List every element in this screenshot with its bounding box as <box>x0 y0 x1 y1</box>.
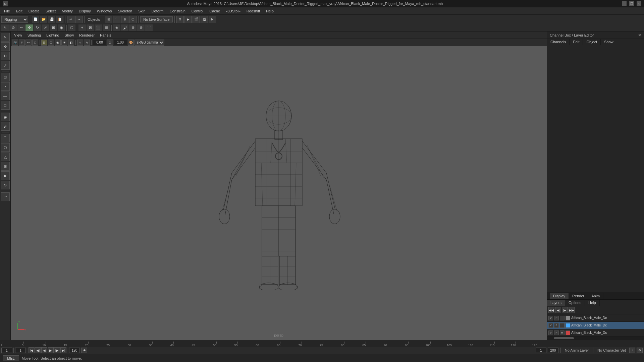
soft-mod-btn[interactable]: ◉ <box>58 24 65 31</box>
cb-tab-channels[interactable]: Channels <box>547 39 570 45</box>
left-curve-btn[interactable]: ⌒ <box>1 134 10 142</box>
autokey-btn[interactable]: ⏺ <box>81 348 87 353</box>
nonlinear-btn[interactable]: ⌒ <box>145 24 153 31</box>
timeline-range-start[interactable] <box>536 348 546 353</box>
char-set-btn[interactable]: + <box>629 348 635 353</box>
model-viewport[interactable]: x y persp <box>11 46 547 340</box>
layer-1-v[interactable]: V <box>548 316 553 320</box>
menu-create[interactable]: Create <box>26 8 42 14</box>
menu-deform[interactable]: Deform <box>149 8 166 14</box>
ipr-btn[interactable]: 🎬 <box>193 16 200 23</box>
left-vertex-btn[interactable]: • <box>1 82 10 91</box>
restore-button[interactable]: ❐ <box>629 1 634 6</box>
left-edge-btn[interactable]: — <box>1 92 10 100</box>
vp-view-all-btn[interactable]: □ <box>32 40 38 46</box>
le-subtab-help[interactable]: Help <box>585 300 600 306</box>
left-polygon-btn[interactable]: △ <box>1 153 10 161</box>
layer-row-1[interactable]: V P African_Black_Male_Dc <box>547 314 644 322</box>
left-face-btn[interactable]: □ <box>1 101 10 110</box>
skin-weights-btn[interactable]: ◈ <box>113 24 120 31</box>
layer-2-v[interactable]: V <box>548 323 553 328</box>
layer-prev-btn[interactable]: ◀◀ <box>548 307 554 313</box>
layer-scrollbar[interactable] <box>547 337 644 340</box>
layer-back-btn[interactable]: ◀ <box>555 307 561 313</box>
redo-btn[interactable]: ↪ <box>75 16 83 23</box>
layer-3-p[interactable]: P <box>554 330 559 335</box>
vp-gamma-input[interactable]: 1.00 <box>114 40 127 45</box>
go-end-btn[interactable]: ▶| <box>60 347 66 353</box>
left-rotate-btn[interactable]: ↻ <box>1 52 10 60</box>
align-btn[interactable]: ⊠ <box>87 24 94 31</box>
channel-box-close[interactable]: ✕ <box>638 33 641 38</box>
le-tab-render[interactable]: Render <box>569 293 588 299</box>
left-misc-btn[interactable]: ⋯ <box>1 192 10 201</box>
panels-menu[interactable]: Panels <box>98 33 113 38</box>
no-anim-layer[interactable]: No Anim Layer <box>563 348 591 352</box>
left-select-btn[interactable]: ↖ <box>1 33 10 42</box>
undo-btn[interactable]: ↩ <box>67 16 74 23</box>
timeline-range-end[interactable] <box>548 348 558 353</box>
layer-1-r[interactable] <box>560 316 565 320</box>
mode-dropdown[interactable]: Rigging <box>1 16 28 23</box>
step-fwd-btn[interactable]: |▶ <box>54 347 60 353</box>
new-scene-btn[interactable]: 📄 <box>32 16 39 23</box>
scale-tool-btn[interactable]: ⤢ <box>42 24 49 31</box>
le-subtab-layers[interactable]: Layers <box>547 300 565 306</box>
vp-gamma-dropdown[interactable]: sRGB gamma <box>135 40 164 46</box>
layer-2-p[interactable]: P <box>554 323 559 328</box>
menu-constrain[interactable]: Constrain <box>167 8 188 14</box>
in-view-editor-btn[interactable]: ☰ <box>103 24 110 31</box>
cb-tab-edit[interactable]: Edit <box>570 39 583 45</box>
menu-redshift[interactable]: Redshift <box>244 8 263 14</box>
vp-light-btn[interactable]: ☀ <box>61 40 67 46</box>
cb-tab-object[interactable]: Object <box>583 39 601 45</box>
timeline-current-frame[interactable] <box>1 348 12 353</box>
menu-windows[interactable]: Windows <box>94 8 115 14</box>
deformer-btn[interactable]: ⊖ <box>137 24 145 31</box>
left-anim-btn[interactable]: ▶ <box>1 171 10 180</box>
left-scale-btn[interactable]: ⤢ <box>1 61 10 70</box>
shading-menu[interactable]: Shading <box>25 33 43 38</box>
lasso-tool-btn[interactable]: ⊙ <box>9 24 17 31</box>
vp-smooth-btn[interactable]: ⬡ <box>48 40 54 46</box>
left-component-btn[interactable]: ⊡ <box>1 73 10 81</box>
vp-shadow-btn[interactable]: ◧ <box>68 40 74 46</box>
vp-texture-btn[interactable]: ◉ <box>55 40 61 46</box>
show-menu[interactable]: Show <box>63 33 76 38</box>
timeline-ruler[interactable]: 1510152025303540455055606570758085909510… <box>0 340 644 347</box>
paint-sel-btn[interactable]: ✏ <box>17 24 25 31</box>
menu-cache[interactable]: Cache <box>207 8 223 14</box>
le-subtab-options[interactable]: Options <box>565 300 585 306</box>
menu-display[interactable]: Display <box>76 8 94 14</box>
layer-3-r[interactable]: R <box>560 330 565 335</box>
menu-help[interactable]: Help <box>263 8 276 14</box>
left-move-btn[interactable]: ✥ <box>1 42 10 51</box>
vp-cam-btn[interactable]: 📷 <box>12 40 18 46</box>
close-button[interactable]: ✕ <box>637 1 641 6</box>
snap-surface-btn[interactable]: ⬡ <box>129 16 137 23</box>
paint-skin-btn[interactable]: 🖌 <box>121 24 128 31</box>
snap-curve-btn[interactable]: ⌒ <box>113 16 120 23</box>
pref-btn[interactable]: ⚙ <box>637 348 643 353</box>
open-scene-btn[interactable]: 📂 <box>40 16 47 23</box>
menu-modify[interactable]: Modify <box>59 8 75 14</box>
left-sculpt-btn[interactable]: ◉ <box>1 113 10 121</box>
menu-select[interactable]: Select <box>43 8 59 14</box>
cb-tab-show[interactable]: Show <box>601 39 617 45</box>
vp-exposure-input[interactable]: 0.00 <box>93 40 106 45</box>
layer-row-2[interactable]: V P African_Black_Male_Dc <box>547 322 644 329</box>
layer-1-color[interactable] <box>566 316 570 320</box>
play-fwd-btn[interactable]: ▶ <box>48 347 54 353</box>
minimize-button[interactable]: — <box>622 1 627 6</box>
left-surface-btn[interactable]: ⬡ <box>1 143 10 152</box>
save-scene-btn[interactable]: 💾 <box>48 16 55 23</box>
universal-manip-btn[interactable]: ⊞ <box>50 24 57 31</box>
menu-skeleton[interactable]: Skeleton <box>115 8 135 14</box>
vp-wireframe-btn[interactable]: ⊞ <box>41 40 47 46</box>
layer-2-r[interactable] <box>560 323 565 328</box>
layer-last-btn[interactable]: ▶▶ <box>569 307 575 313</box>
lighting-menu[interactable]: Lighting <box>44 33 61 38</box>
left-deform-btn[interactable]: ⊞ <box>1 162 10 171</box>
select-tool-btn[interactable]: ↖ <box>1 24 9 31</box>
layer-3-v[interactable]: V <box>548 330 553 335</box>
